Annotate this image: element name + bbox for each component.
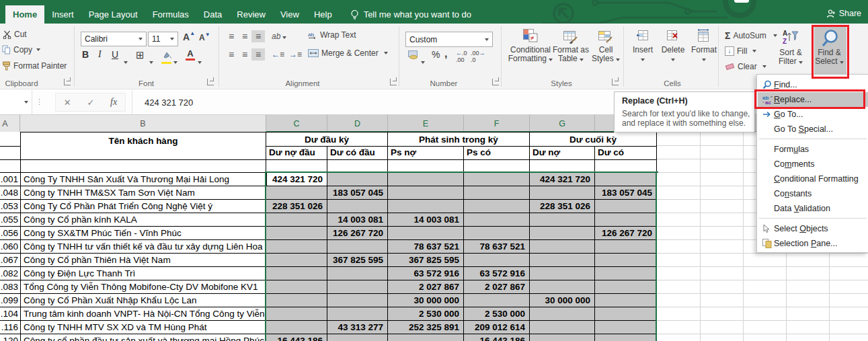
- tab-page-layout[interactable]: Page Layout: [81, 5, 145, 24]
- borders-button[interactable]: ⊞: [136, 49, 145, 61]
- formula-bar-grip[interactable]: ⋮: [36, 98, 43, 106]
- table-cell-e7[interactable]: 14 003 081: [388, 213, 464, 227]
- table-cell-f12[interactable]: 2 027 867: [464, 280, 530, 294]
- row-code[interactable]: .001: [0, 173, 21, 186]
- table-cell-c13[interactable]: [266, 294, 327, 307]
- column-header-c[interactable]: C: [266, 115, 327, 132]
- table-cell-f11[interactable]: 63 572 916: [464, 267, 530, 280]
- company-name-cell[interactable]: Công ty cổ phần đầu tư sản xuất và thươn…: [20, 334, 267, 341]
- table-cell-c7[interactable]: [266, 213, 327, 227]
- tab-home[interactable]: Home: [5, 5, 44, 24]
- table-cell-e13[interactable]: 30 000 000: [388, 294, 464, 307]
- insert-function-icon[interactable]: fx: [110, 97, 117, 108]
- subheader-h[interactable]: Dư có: [595, 146, 657, 160]
- table-cell-h10[interactable]: [595, 254, 657, 267]
- cell-e3[interactable]: [388, 159, 464, 173]
- table-cell-d11[interactable]: [327, 267, 388, 280]
- tab-data[interactable]: Data: [196, 5, 229, 24]
- table-cell-c8[interactable]: [266, 227, 327, 240]
- cell-d3[interactable]: [327, 159, 388, 173]
- share-button[interactable]: Share: [826, 5, 861, 22]
- table-cell-g4[interactable]: 424 321 720: [530, 173, 595, 186]
- row-code[interactable]: .055: [0, 213, 21, 227]
- company-name-cell[interactable]: Công ty SX&TM Phúc Tiến - Vĩnh Phúc: [20, 227, 267, 240]
- table-cell-c14[interactable]: [266, 307, 327, 321]
- tab-view[interactable]: View: [273, 5, 307, 24]
- format-cells-button[interactable]: Format: [688, 29, 719, 63]
- row-code[interactable]: .099: [0, 294, 21, 307]
- table-cell-d14[interactable]: [327, 307, 388, 321]
- row-code[interactable]: .083: [0, 280, 21, 294]
- table-cell-e14[interactable]: 2 530 000: [388, 307, 464, 321]
- header-du-cuoi-ky[interactable]: Dư cuối kỳ: [530, 132, 657, 147]
- menu-item-constants[interactable]: Constants: [758, 186, 868, 201]
- table-cell-g9[interactable]: [530, 240, 595, 254]
- align-center-button[interactable]: ≡: [238, 48, 251, 61]
- header-du-dau-ky[interactable]: Dư đầu kỳ: [266, 132, 388, 147]
- orientation-button[interactable]: ab: [272, 32, 286, 41]
- cell-c3[interactable]: [266, 159, 327, 173]
- table-cell-f14[interactable]: 2 530 000: [464, 307, 530, 321]
- italic-button[interactable]: I: [98, 49, 102, 60]
- table-cell-d15[interactable]: 43 313 277: [327, 321, 388, 334]
- table-cell-e11[interactable]: 63 572 916: [388, 267, 464, 280]
- company-name-cell[interactable]: Tổng Công ty Viễn Thông Mobifone-Cty DV …: [20, 280, 267, 294]
- table-cell-e12[interactable]: 2 027 867: [388, 280, 464, 294]
- table-cell-d7[interactable]: 14 003 081: [327, 213, 388, 227]
- cell-b3[interactable]: [20, 159, 266, 173]
- table-cell-e15[interactable]: 252 325 891: [388, 321, 464, 334]
- row-code[interactable]: .056: [0, 227, 21, 240]
- comma-button[interactable]: ,: [444, 48, 447, 60]
- wrap-text-button[interactable]: ab Wrap Text: [308, 30, 356, 40]
- copy-button[interactable]: Copy: [2, 45, 40, 54]
- font-launcher[interactable]: [207, 79, 214, 85]
- table-cell-h14[interactable]: [595, 307, 657, 321]
- menu-item-comments[interactable]: Comments: [758, 157, 868, 172]
- table-cell-d12[interactable]: [327, 280, 388, 294]
- cell-g3[interactable]: [530, 159, 595, 173]
- table-cell-c6[interactable]: 228 351 026: [266, 200, 327, 213]
- tab-insert[interactable]: Insert: [44, 5, 81, 24]
- format-painter-button[interactable]: Format Painter: [2, 61, 67, 71]
- row-code[interactable]: .067: [0, 254, 21, 267]
- table-cell-h4[interactable]: [595, 173, 657, 186]
- table-cell-d8[interactable]: 126 267 720: [327, 227, 388, 240]
- cell-a3[interactable]: [0, 159, 21, 173]
- menu-item-select-objects[interactable]: Select Objects: [758, 221, 868, 236]
- table-cell-e10[interactable]: 367 825 595: [388, 254, 464, 267]
- cell-h3[interactable]: [595, 159, 657, 173]
- format-as-table-button[interactable]: Format asTable: [553, 29, 589, 63]
- menu-item-conditional-formatting[interactable]: Conditional Formatting: [758, 172, 868, 186]
- table-cell-c9[interactable]: [266, 240, 327, 254]
- table-cell-f6[interactable]: [464, 200, 530, 213]
- table-cell-f4[interactable]: [464, 173, 530, 186]
- table-cell-g10[interactable]: [530, 254, 595, 267]
- table-cell-g13[interactable]: 30 000 000: [530, 294, 595, 307]
- table-cell-g11[interactable]: [530, 267, 595, 280]
- align-bottom-button[interactable]: ≡: [251, 30, 265, 42]
- table-cell-g15[interactable]: [530, 321, 595, 334]
- row-code[interactable]: .116: [0, 321, 21, 334]
- column-header-a[interactable]: A: [0, 115, 20, 132]
- table-cell-f13[interactable]: [464, 294, 530, 307]
- row-code[interactable]: .053: [0, 200, 21, 213]
- table-cell-g6[interactable]: 228 351 026: [530, 200, 595, 213]
- table-cell-d5[interactable]: 183 057 045: [327, 186, 388, 200]
- table-cell-h8[interactable]: 126 267 720: [595, 227, 657, 240]
- font-size-combo[interactable]: 11: [148, 32, 178, 46]
- menu-item-go-to-special[interactable]: Go To Special...: [758, 122, 868, 137]
- tellme[interactable]: Tell me what you want to do: [350, 5, 471, 24]
- borders-dropdown[interactable]: [149, 54, 153, 67]
- table-cell-g7[interactable]: [530, 213, 595, 227]
- insert-cells-button[interactable]: Insert: [628, 29, 658, 63]
- merge-center-button[interactable]: Merge & Center: [308, 48, 388, 58]
- company-name-cell[interactable]: Công ty TNHH MTV SX XD và TM Hùng Phát: [20, 321, 267, 334]
- table-cell-g5[interactable]: [530, 186, 595, 200]
- align-left-button[interactable]: ≡: [225, 48, 238, 61]
- table-cell-c5[interactable]: [266, 186, 327, 200]
- font-color-dropdown[interactable]: [198, 54, 202, 67]
- table-cell-e5[interactable]: [388, 186, 464, 200]
- table-cell-h5[interactable]: 183 057 045: [595, 186, 657, 200]
- table-cell-g16[interactable]: [530, 334, 595, 341]
- name-box[interactable]: [0, 90, 32, 114]
